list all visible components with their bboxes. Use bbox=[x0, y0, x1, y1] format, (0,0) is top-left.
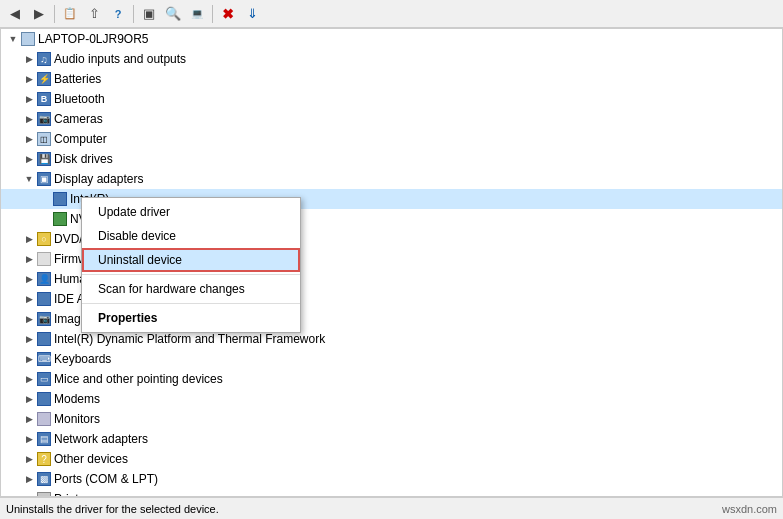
disk-icon: 💾 bbox=[37, 152, 51, 166]
context-menu: Update driver Disable device Uninstall d… bbox=[81, 197, 301, 333]
imaging-icon: 📷 bbox=[37, 312, 51, 326]
ports-icon: ▩ bbox=[37, 472, 51, 486]
intel-icon bbox=[53, 192, 67, 206]
nvidia-icon bbox=[53, 212, 67, 226]
tree-item-ports[interactable]: ▶ ▩ Ports (COM & LPT) bbox=[1, 469, 782, 489]
expand-icon-humanint[interactable]: ▶ bbox=[21, 271, 37, 287]
tree-item-audio[interactable]: ▶ ♫ Audio inputs and outputs bbox=[1, 49, 782, 69]
audio-label: Audio inputs and outputs bbox=[54, 52, 186, 66]
ctx-update-driver[interactable]: Update driver bbox=[82, 200, 300, 224]
scan-button[interactable]: 🔍 bbox=[162, 3, 184, 25]
ctx-properties[interactable]: Properties bbox=[82, 306, 300, 330]
tree-item-network[interactable]: ▶ ▤ Network adapters bbox=[1, 429, 782, 449]
help-button[interactable]: ? bbox=[107, 3, 129, 25]
expand-icon-monitors[interactable]: ▶ bbox=[21, 411, 37, 427]
device-tree[interactable]: ▼ LAPTOP-0LJR9OR5 ▶ ♫ Audio inputs and o… bbox=[0, 28, 783, 497]
expand-icon-ports[interactable]: ▶ bbox=[21, 471, 37, 487]
diskdrives-label: Disk drives bbox=[54, 152, 113, 166]
audio-icon: ♫ bbox=[37, 52, 51, 66]
batteries-label: Batteries bbox=[54, 72, 101, 86]
display-button[interactable]: ▣ bbox=[138, 3, 160, 25]
batteries-icon: ⚡ bbox=[37, 72, 51, 86]
ide-icon bbox=[37, 292, 51, 306]
tree-item-root[interactable]: ▼ LAPTOP-0LJR9OR5 bbox=[1, 29, 782, 49]
inteldynamic-label: Intel(R) Dynamic Platform and Thermal Fr… bbox=[54, 332, 325, 346]
ctx-uninstall-device[interactable]: Uninstall device bbox=[82, 248, 300, 272]
expand-icon-imaging[interactable]: ▶ bbox=[21, 311, 37, 327]
keyboards-label: Keyboards bbox=[54, 352, 111, 366]
expand-icon-display[interactable]: ▼ bbox=[21, 171, 37, 187]
cameras-icon: 📷 bbox=[37, 112, 51, 126]
tree-item-monitors[interactable]: ▶ Monitors bbox=[1, 409, 782, 429]
humanint-icon: 👤 bbox=[37, 272, 51, 286]
other-label: Other devices bbox=[54, 452, 128, 466]
printqueues-icon bbox=[37, 492, 51, 497]
toolbar-separator-3 bbox=[212, 5, 213, 23]
expand-icon-bluetooth[interactable]: ▶ bbox=[21, 91, 37, 107]
monitors-icon bbox=[37, 412, 51, 426]
keyboards-icon: ⌨ bbox=[37, 352, 51, 366]
properties-button[interactable]: 📋 bbox=[59, 3, 81, 25]
forward-button[interactable]: ▶ bbox=[28, 3, 50, 25]
other-icon: ? bbox=[37, 452, 51, 466]
uninstall-button[interactable]: ✖ bbox=[217, 3, 239, 25]
expand-icon-dvd[interactable]: ▶ bbox=[21, 231, 37, 247]
printqueues-label: Print queues bbox=[54, 492, 121, 497]
mice-icon: ▭ bbox=[37, 372, 51, 386]
expand-icon-modems[interactable]: ▶ bbox=[21, 391, 37, 407]
back-button[interactable]: ◀ bbox=[4, 3, 26, 25]
ctx-sep-1 bbox=[82, 274, 300, 275]
tree-item-display[interactable]: ▼ ▣ Display adapters bbox=[1, 169, 782, 189]
modems-icon bbox=[37, 392, 51, 406]
expand-icon-printqueues[interactable]: ▶ bbox=[21, 491, 37, 497]
computer-cat-icon: ◫ bbox=[37, 132, 51, 146]
statusbar: Uninstalls the driver for the selected d… bbox=[0, 497, 783, 519]
statusbar-watermark: wsxdn.com bbox=[722, 503, 777, 515]
statusbar-message: Uninstalls the driver for the selected d… bbox=[6, 503, 219, 515]
tree-item-cameras[interactable]: ▶ 📷 Cameras bbox=[1, 109, 782, 129]
bluetooth-icon: B bbox=[37, 92, 51, 106]
tree-item-keyboards[interactable]: ▶ ⌨ Keyboards bbox=[1, 349, 782, 369]
expand-icon-firmware[interactable]: ▶ bbox=[21, 251, 37, 267]
computer-icon bbox=[21, 32, 35, 46]
expand-icon-ide[interactable]: ▶ bbox=[21, 291, 37, 307]
tree-item-modems[interactable]: ▶ Modems bbox=[1, 389, 782, 409]
expand-icon-root[interactable]: ▼ bbox=[5, 31, 21, 47]
network-label: Network adapters bbox=[54, 432, 148, 446]
inteldynamic-icon bbox=[37, 332, 51, 346]
mice-label: Mice and other pointing devices bbox=[54, 372, 223, 386]
toolbar-separator-2 bbox=[133, 5, 134, 23]
refresh-button[interactable]: ⇓ bbox=[241, 3, 263, 25]
computer-label: Computer bbox=[54, 132, 107, 146]
tree-item-mice[interactable]: ▶ ▭ Mice and other pointing devices bbox=[1, 369, 782, 389]
update-driver-button[interactable]: ⇧ bbox=[83, 3, 105, 25]
firmware-icon bbox=[37, 252, 51, 266]
toolbar-separator-1 bbox=[54, 5, 55, 23]
tree-item-bluetooth[interactable]: ▶ B Bluetooth bbox=[1, 89, 782, 109]
expand-icon-network[interactable]: ▶ bbox=[21, 431, 37, 447]
bluetooth-label: Bluetooth bbox=[54, 92, 105, 106]
monitors-label: Monitors bbox=[54, 412, 100, 426]
expand-icon-mice[interactable]: ▶ bbox=[21, 371, 37, 387]
expand-icon-inteldynamic[interactable]: ▶ bbox=[21, 331, 37, 347]
expand-icon-batteries[interactable]: ▶ bbox=[21, 71, 37, 87]
expand-icon-other[interactable]: ▶ bbox=[21, 451, 37, 467]
expand-icon-computer[interactable]: ▶ bbox=[21, 131, 37, 147]
ctx-disable-device[interactable]: Disable device bbox=[82, 224, 300, 248]
dvd-icon: ○ bbox=[37, 232, 51, 246]
tree-item-computer[interactable]: ▶ ◫ Computer bbox=[1, 129, 782, 149]
tree-item-printqueues[interactable]: ▶ Print queues bbox=[1, 489, 782, 497]
root-label: LAPTOP-0LJR9OR5 bbox=[38, 32, 149, 46]
tree-item-diskdrives[interactable]: ▶ 💾 Disk drives bbox=[1, 149, 782, 169]
ctx-scan-hardware[interactable]: Scan for hardware changes bbox=[82, 277, 300, 301]
expand-icon-cameras[interactable]: ▶ bbox=[21, 111, 37, 127]
expand-icon-keyboards[interactable]: ▶ bbox=[21, 351, 37, 367]
network-icon: ▤ bbox=[37, 432, 51, 446]
display-icon: ▣ bbox=[37, 172, 51, 186]
add-hardware-button[interactable]: 💻 bbox=[186, 3, 208, 25]
tree-item-batteries[interactable]: ▶ ⚡ Batteries bbox=[1, 69, 782, 89]
tree-item-other[interactable]: ▶ ? Other devices bbox=[1, 449, 782, 469]
expand-icon-diskdrives[interactable]: ▶ bbox=[21, 151, 37, 167]
expand-icon-audio[interactable]: ▶ bbox=[21, 51, 37, 67]
modems-label: Modems bbox=[54, 392, 100, 406]
